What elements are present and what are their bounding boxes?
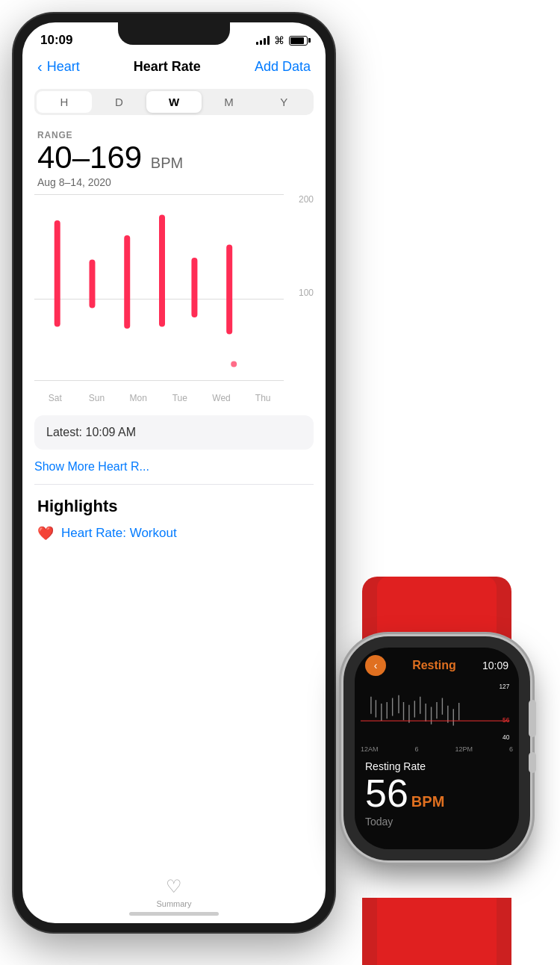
wifi-icon: ⌘ <box>274 34 284 46</box>
chart-svg <box>34 194 284 381</box>
chart-y-labels: 200 100 <box>287 194 314 381</box>
svg-text:56: 56 <box>503 716 510 724</box>
watch-frame: ‹ Resting 10:09 <box>321 636 553 920</box>
watch-x-12pm: 12PM <box>455 745 473 753</box>
watch-bpm-unit: BPM <box>411 793 444 810</box>
range-section: RANGE 40–169 BPM Aug 8–14, 2020 <box>22 121 326 188</box>
svg-rect-0 <box>55 220 60 327</box>
watch-back-arrow: ‹ <box>374 660 378 671</box>
y-label-200: 200 <box>287 194 314 205</box>
watch-x-labels: 12AM 6 12PM 6 <box>355 744 519 754</box>
range-label: RANGE <box>37 130 311 140</box>
watch-screen: ‹ Resting 10:09 <box>355 648 519 849</box>
x-label-sat: Sat <box>34 393 76 403</box>
watch-nav-title: Resting <box>412 659 456 672</box>
svg-rect-1 <box>89 260 95 308</box>
tab-h[interactable]: H <box>37 91 92 113</box>
watch-back-button[interactable]: ‹ <box>365 655 386 676</box>
home-indicator <box>129 912 219 916</box>
svg-text:127: 127 <box>499 683 509 690</box>
watch-x-6: 6 <box>414 745 418 753</box>
page-title: Heart Rate <box>134 59 201 75</box>
heart-rate-chart: 200 100 <box>34 194 314 403</box>
x-label-tue: Tue <box>159 393 201 403</box>
signal-icon <box>256 36 270 45</box>
show-more-section: Show More Heart R... <box>34 450 314 485</box>
watch-resting-rate-label: Resting Rate <box>365 760 508 772</box>
tab-d[interactable]: D <box>92 91 147 113</box>
period-tabs: H D W M Y <box>34 89 314 115</box>
back-arrow-icon: ‹ <box>37 58 43 75</box>
svg-point-6 <box>231 362 237 367</box>
heart-icon: ❤️ <box>37 525 54 542</box>
summary-tab-label: Summary <box>156 899 191 908</box>
svg-rect-3 <box>159 215 165 327</box>
watch-chart-svg: 127 56 40 <box>361 680 513 744</box>
x-label-wed: Wed <box>201 393 243 403</box>
svg-rect-5 <box>226 245 232 335</box>
watch-bpm-display: 56 BPM <box>365 774 508 813</box>
tab-m[interactable]: M <box>202 91 257 113</box>
x-label-thu: Thu <box>242 393 284 403</box>
highlight-text: Heart Rate: Workout <box>61 526 177 541</box>
status-icons: ⌘ <box>256 34 308 46</box>
range-unit: BPM <box>151 155 183 171</box>
watch-time: 10:09 <box>482 660 508 671</box>
watch-button <box>529 752 536 773</box>
watch-info: Resting Rate 56 BPM Today <box>355 754 519 831</box>
watch-bpm-number: 56 <box>365 774 408 813</box>
watch-x-12am: 12AM <box>361 745 379 753</box>
watch-crown <box>529 700 536 737</box>
notch <box>118 22 230 45</box>
range-date: Aug 8–14, 2020 <box>37 176 311 188</box>
watch-body: ‹ Resting 10:09 <box>343 636 530 860</box>
highlights-section: Highlights ❤️ Heart Rate: Workout <box>22 485 326 542</box>
svg-rect-2 <box>124 235 130 329</box>
svg-rect-4 <box>191 258 197 317</box>
heart-summary-icon: ♡ <box>166 876 182 897</box>
svg-text:40: 40 <box>503 733 510 741</box>
watch-today-label: Today <box>365 816 508 828</box>
back-button[interactable]: ‹ Heart <box>37 58 80 75</box>
iphone-screen: 10:09 ⌘ ‹ Heart Heart Rate Ad <box>22 22 326 923</box>
latest-section: Latest: 10:09 AM <box>34 415 314 450</box>
tab-w[interactable]: W <box>146 91 202 113</box>
chart-x-labels: Sat Sun Mon Tue Wed Thu <box>34 393 284 403</box>
x-label-mon: Mon <box>117 393 159 403</box>
highlight-item[interactable]: ❤️ Heart Rate: Workout <box>37 525 311 542</box>
range-value: 40–169 BPM <box>37 140 311 175</box>
add-data-button[interactable]: Add Data <box>255 59 311 75</box>
tab-y[interactable]: Y <box>256 91 311 113</box>
watch-chart-area: 127 56 40 <box>361 680 513 744</box>
watch-x-6pm: 6 <box>509 745 513 753</box>
status-time: 10:09 <box>40 33 72 48</box>
battery-icon <box>289 36 308 46</box>
iphone-frame: 10:09 ⌘ ‹ Heart Heart Rate Ad <box>13 13 335 932</box>
x-label-sun: Sun <box>76 393 118 403</box>
tab-bar: ♡ Summary <box>22 876 326 908</box>
latest-text: Latest: 10:09 AM <box>46 426 136 438</box>
watch-band-bottom <box>362 898 511 965</box>
y-label-100: 100 <box>287 288 314 298</box>
show-more-link[interactable]: Show More Heart R... <box>34 460 149 473</box>
nav-bar: ‹ Heart Heart Rate Add Data <box>22 52 326 83</box>
watch-nav: ‹ Resting 10:09 <box>355 648 519 680</box>
back-label: Heart <box>47 59 80 75</box>
highlights-title: Highlights <box>37 497 311 516</box>
summary-tab[interactable]: ♡ Summary <box>156 876 191 908</box>
